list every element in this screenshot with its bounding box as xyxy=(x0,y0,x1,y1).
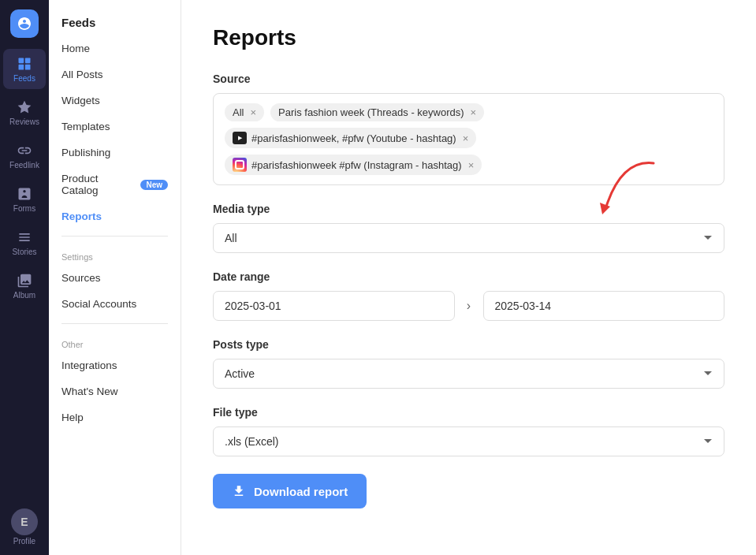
nav-sidebar: Feeds Home All Posts Widgets Templates P… xyxy=(49,0,181,555)
nav-icon-reviews-label: Reviews xyxy=(9,118,39,126)
file-type-label: File type xyxy=(213,406,724,419)
nav-icon-album[interactable]: Album xyxy=(3,266,46,306)
media-type-label: Media type xyxy=(213,203,724,215)
nav-item-widgets[interactable]: Widgets xyxy=(49,88,181,114)
date-end-input[interactable] xyxy=(483,291,725,321)
nav-item-all-posts[interactable]: All Posts xyxy=(49,61,181,88)
source-group: Source All × Paris fashion week (Threads… xyxy=(213,73,724,185)
date-range-label: Date range xyxy=(213,270,724,283)
nav-section-settings-label: Settings xyxy=(49,243,181,265)
nav-icon-feedlink-label: Feedlink xyxy=(9,162,39,169)
main-content: Reports Source All × Paris fashion week … xyxy=(181,0,756,555)
tag-all-close[interactable]: × xyxy=(250,107,256,117)
tag-paris-close[interactable]: × xyxy=(471,107,477,117)
nav-icon-stories-label: Stories xyxy=(12,248,36,256)
nav-section-other-label: Other xyxy=(49,330,181,352)
nav-icon-feedlink[interactable]: Feedlink xyxy=(3,136,46,176)
nav-icon-feeds-label: Feeds xyxy=(13,75,35,83)
posts-type-select[interactable]: Active Inactive All xyxy=(213,359,724,389)
nav-item-home[interactable]: Home xyxy=(49,35,181,61)
nav-section-feeds-header: Feeds xyxy=(49,13,181,35)
nav-icon-forms[interactable]: Forms xyxy=(3,179,46,219)
page-title: Reports xyxy=(213,25,724,50)
nav-item-sources[interactable]: Sources xyxy=(49,265,181,291)
source-box: All × Paris fashion week (Threads - keyw… xyxy=(213,93,724,185)
app-logo[interactable] xyxy=(10,9,39,38)
reviews-icon xyxy=(16,99,33,116)
posts-type-label: Posts type xyxy=(213,338,724,351)
icon-sidebar: Feeds Reviews Feedlink xyxy=(0,0,49,555)
feedlink-icon xyxy=(16,142,33,159)
svg-rect-3 xyxy=(25,65,31,70)
date-range-group: Date range › xyxy=(213,270,724,321)
nav-divider-1 xyxy=(61,236,168,237)
tag-instagram-text: #parisfashionweek #pfw (Instagram - hash… xyxy=(251,159,462,171)
profile-section: E Profile xyxy=(11,508,38,546)
posts-type-group: Posts type Active Inactive All xyxy=(213,338,724,389)
svg-rect-1 xyxy=(25,58,31,64)
nav-item-product-catalog[interactable]: Product Catalog New xyxy=(49,166,181,203)
instagram-icon xyxy=(233,158,247,172)
album-icon xyxy=(16,272,33,289)
date-range-inputs: › xyxy=(213,291,724,321)
svg-rect-0 xyxy=(19,58,24,64)
media-type-select[interactable]: All Photo Video xyxy=(213,223,724,253)
yt-icon-shape xyxy=(233,132,247,144)
nav-item-reports[interactable]: Reports xyxy=(49,203,181,229)
tag-youtube-text: #parisfashionweek, #pfw (Youtube - hasht… xyxy=(251,132,456,144)
nav-item-publishing[interactable]: Publishing xyxy=(49,140,181,166)
nav-item-social-accounts[interactable]: Social Accounts xyxy=(49,291,181,317)
nav-item-help[interactable]: Help xyxy=(49,404,181,430)
download-report-button[interactable]: Download report xyxy=(213,474,367,508)
tag-all-text: All xyxy=(233,106,244,118)
nav-item-integrations[interactable]: Integrations xyxy=(49,352,181,378)
product-catalog-badge: New xyxy=(140,180,168,190)
tag-youtube-close[interactable]: × xyxy=(463,133,469,143)
nav-icon-forms-label: Forms xyxy=(13,205,35,213)
file-type-select[interactable]: .xls (Excel) .csv (CSV) .json (JSON) xyxy=(213,426,724,456)
download-button-label: Download report xyxy=(254,485,348,498)
tag-paris-text: Paris fashion week (Threads - keywords) xyxy=(278,106,464,118)
nav-icon-album-label: Album xyxy=(13,292,35,300)
media-type-group: Media type All Photo Video xyxy=(213,203,724,253)
profile-label: Profile xyxy=(13,537,35,546)
source-label: Source xyxy=(213,73,724,85)
forms-icon xyxy=(16,185,33,203)
ig-icon-shape xyxy=(233,158,247,172)
stories-icon xyxy=(16,229,33,246)
svg-rect-2 xyxy=(19,65,24,70)
tag-paris-threads: Paris fashion week (Threads - keywords) … xyxy=(270,103,484,121)
nav-icon-reviews[interactable]: Reviews xyxy=(3,92,46,132)
tag-pfw-instagram: #parisfashionweek #pfw (Instagram - hash… xyxy=(225,155,482,175)
file-type-group: File type .xls (Excel) .csv (CSV) .json … xyxy=(213,406,724,456)
nav-divider-2 xyxy=(61,323,168,324)
download-icon xyxy=(232,484,246,498)
nav-icon-stories[interactable]: Stories xyxy=(3,222,46,263)
profile-avatar[interactable]: E xyxy=(11,508,38,535)
date-separator: › xyxy=(455,292,483,320)
nav-item-whats-new[interactable]: What's New xyxy=(49,378,181,404)
nav-icon-feeds[interactable]: Feeds xyxy=(3,49,46,89)
youtube-icon xyxy=(233,131,247,145)
nav-item-templates[interactable]: Templates xyxy=(49,114,181,140)
tag-pfw-youtube: #parisfashionweek, #pfw (Youtube - hasht… xyxy=(225,128,476,148)
date-start-input[interactable] xyxy=(213,291,455,321)
feeds-icon xyxy=(16,55,33,73)
tag-instagram-close[interactable]: × xyxy=(468,160,475,170)
tag-all: All × xyxy=(225,103,264,121)
